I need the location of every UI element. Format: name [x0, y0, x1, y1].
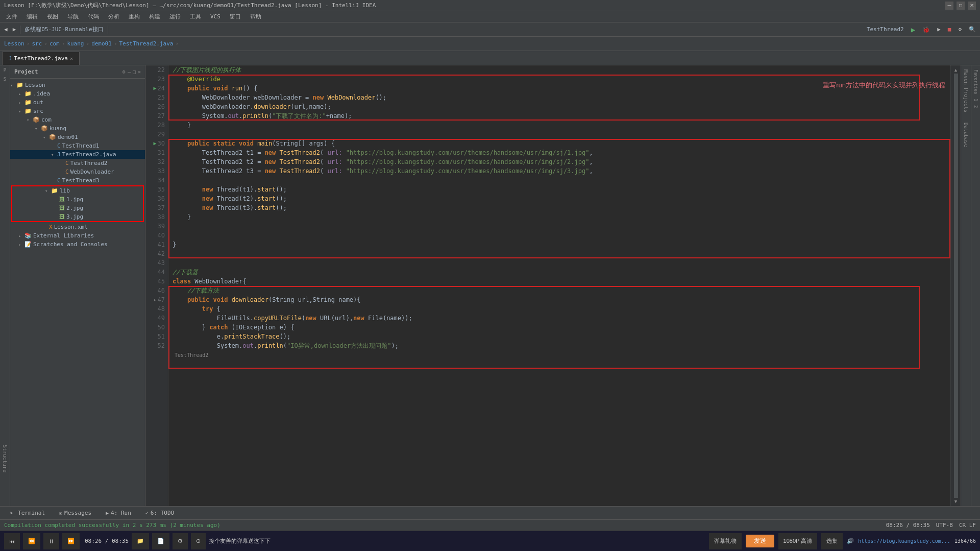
menu-refactor[interactable]: 重构	[125, 12, 144, 21]
debug-button[interactable]: 🐞	[920, 25, 932, 34]
todo-label[interactable]: 1	[973, 99, 978, 101]
menu-file[interactable]: 文件	[2, 12, 21, 21]
taskbar-next-btn[interactable]: ⏩	[62, 533, 80, 549]
panel-expand-icon[interactable]: □	[133, 69, 136, 75]
tree-item-webdownloader-class[interactable]: ▸ C WebDownloader	[10, 167, 145, 176]
taskbar-folder-btn[interactable]: 📁	[132, 533, 149, 549]
run-button[interactable]: ▶	[909, 25, 917, 35]
code-lines[interactable]: 重写run方法中的代码来实现并列执行线程 //下载图片线程的执行体 @Overr…	[168, 65, 950, 506]
breadcrumb-demo01[interactable]: demo01	[91, 40, 112, 47]
project-icon[interactable]: P	[2, 67, 9, 75]
tree-item-3jpg[interactable]: ▸ 🖼 3.jpg	[12, 212, 143, 221]
resolution-btn[interactable]: 1080P 高清	[778, 533, 818, 549]
line-49: 49	[149, 314, 165, 323]
favorites-label[interactable]: Favorites	[973, 69, 978, 94]
breadcrumb-file[interactable]: TestThread2.java	[119, 40, 174, 47]
stop-button[interactable]: ■	[946, 25, 953, 34]
time-display: 08:26 / 08:35	[85, 538, 129, 544]
menu-build[interactable]: 构建	[145, 12, 164, 21]
tree-item-lesson[interactable]: ▾ 📁 Lesson	[10, 81, 145, 89]
tree-item-kuang[interactable]: ▾ 📦 kuang	[10, 124, 145, 133]
toolbar-search[interactable]: 🔍	[967, 25, 978, 34]
tree-item-2jpg[interactable]: ▸ 🖼 2.jpg	[12, 204, 143, 212]
messages-tab[interactable]: ✉ Messages	[54, 508, 97, 518]
panel-settings-icon[interactable]: ⚙	[122, 69, 126, 75]
menu-tools[interactable]: 工具	[186, 12, 205, 21]
barrge-gift-btn[interactable]: 弹幕礼物	[709, 533, 742, 549]
maximize-button[interactable]: □	[957, 2, 965, 10]
menu-run[interactable]: 运行	[165, 12, 185, 21]
todo-tab[interactable]: ✓ 6: TODO	[140, 508, 180, 518]
panel-collapse-icon[interactable]: —	[128, 69, 131, 75]
tree-item-testthread3[interactable]: ▸ C TestThread3	[10, 176, 145, 185]
toolbar-run-config[interactable]: 多线程05-JUC-Runnable接口	[22, 25, 105, 34]
window-controls[interactable]: ─ □ ✕	[945, 2, 976, 10]
toolbar-more[interactable]: ⚙	[956, 25, 964, 34]
code-editor[interactable]: 22 23 ▶ 24 25 26 27 28 29 ▶ 30 31 32 33 …	[145, 65, 961, 506]
tab-close-button[interactable]: ✕	[70, 56, 73, 61]
taskbar-play-btn[interactable]: ⏮	[4, 533, 20, 549]
tree-item-out[interactable]: ▸ 📁 out	[10, 98, 145, 107]
tree-item-lib[interactable]: ▾ 📁 lib	[12, 186, 143, 195]
toolbar-back[interactable]: ◀	[2, 25, 10, 34]
taskbar-settings-btn[interactable]: ⚙	[173, 533, 188, 549]
run-config-label[interactable]: TestThread2	[865, 25, 906, 34]
tree-item-testthread2-class[interactable]: ▸ C TestThread2	[10, 159, 145, 167]
notifications-label[interactable]: 2	[973, 105, 978, 108]
tree-item-idea[interactable]: ▸ 📁 .idea	[10, 89, 145, 98]
tree-item-lessonxml[interactable]: ▸ X Lesson.xml	[10, 223, 145, 231]
menu-navigate[interactable]: 导航	[63, 12, 83, 21]
tree-item-com[interactable]: ▾ 📦 com	[10, 115, 145, 124]
taskbar-file-btn[interactable]: 📄	[152, 533, 169, 549]
project-tree: ▾ 📁 Lesson ▸ 📁 .idea ▸ 📁 out ▾	[10, 79, 145, 506]
status-bar: Compilation completed successfully in 2 …	[0, 519, 980, 531]
menu-window[interactable]: 窗口	[226, 12, 245, 21]
run-gutter-icon-30[interactable]: ▶	[154, 139, 157, 148]
tree-item-demo01[interactable]: ▾ 📦 demo01	[10, 133, 145, 141]
breadcrumb-com[interactable]: com	[50, 40, 60, 47]
tree-item-testthread1[interactable]: ▸ C TestThread1	[10, 141, 145, 150]
line-32: 32	[149, 157, 165, 166]
line-31: 31	[149, 148, 165, 157]
tree-item-1jpg[interactable]: ▸ 🖼 1.jpg	[12, 195, 143, 204]
run-tab[interactable]: ▶ 4: Run	[100, 508, 137, 518]
menu-edit[interactable]: 编辑	[22, 12, 42, 21]
line-numbers: 22 23 ▶ 24 25 26 27 28 29 ▶ 30 31 32 33 …	[145, 65, 168, 506]
tree-item-testthread2-file[interactable]: ▾ J TestThread2.java	[10, 150, 145, 159]
taskbar-prev-btn[interactable]: ⏪	[23, 533, 40, 549]
database-label[interactable]: Database	[963, 123, 969, 147]
taskbar-pause-btn[interactable]: ⏸	[43, 533, 59, 549]
menu-analyze[interactable]: 分析	[104, 12, 124, 21]
close-button[interactable]: ✕	[968, 2, 976, 10]
taskbar-circle-btn[interactable]: ⊙	[191, 533, 206, 549]
run-with-coverage[interactable]: ▶	[935, 25, 943, 34]
code-line-22: //下载图片线程的执行体	[173, 65, 946, 75]
scroll-up-icon[interactable]: ▲	[954, 67, 957, 73]
fold-icon-47[interactable]: ▸	[154, 295, 156, 304]
scrollbar-thumb[interactable]	[954, 74, 958, 498]
minimize-button[interactable]: ─	[945, 2, 953, 10]
breadcrumb-kuang[interactable]: kuang	[67, 40, 84, 47]
menu-help[interactable]: 帮助	[246, 12, 265, 21]
breadcrumb-lesson[interactable]: Lesson	[4, 40, 24, 47]
tree-item-ext-libs[interactable]: ▸ 📚 External Libraries	[10, 231, 145, 240]
menu-vcs[interactable]: VCS	[206, 12, 225, 21]
line-col-status: 08:26 / 08:35	[886, 522, 930, 529]
scroll-down-icon[interactable]: ▼	[954, 499, 957, 504]
panel-close-icon[interactable]: ✕	[138, 69, 141, 75]
title-text: Lesson [F:\教学\班级\Demo\代码\Thread\Lesson] …	[4, 2, 376, 9]
toolbar-forward[interactable]: ▶	[11, 25, 18, 34]
structure-icon[interactable]: S	[2, 77, 9, 84]
editor-tab-testthread2[interactable]: J TestThread2.java ✕	[2, 52, 80, 65]
send-button[interactable]: 发送	[746, 535, 774, 547]
structure-side-label[interactable]: Structure	[2, 445, 8, 472]
breadcrumb-src[interactable]: src	[32, 40, 42, 47]
terminal-tab[interactable]: >_ Terminal	[4, 508, 51, 518]
tree-item-scratches[interactable]: ▸ 📝 Scratches and Consoles	[10, 240, 145, 249]
tree-item-src[interactable]: ▾ 📁 src	[10, 107, 145, 115]
select-btn[interactable]: 选集	[821, 533, 843, 549]
menu-code[interactable]: 代码	[84, 12, 103, 21]
menu-view[interactable]: 视图	[43, 12, 62, 21]
maven-projects-label[interactable]: Maven Projects	[963, 69, 969, 112]
run-gutter-icon[interactable]: ▶	[154, 84, 157, 93]
